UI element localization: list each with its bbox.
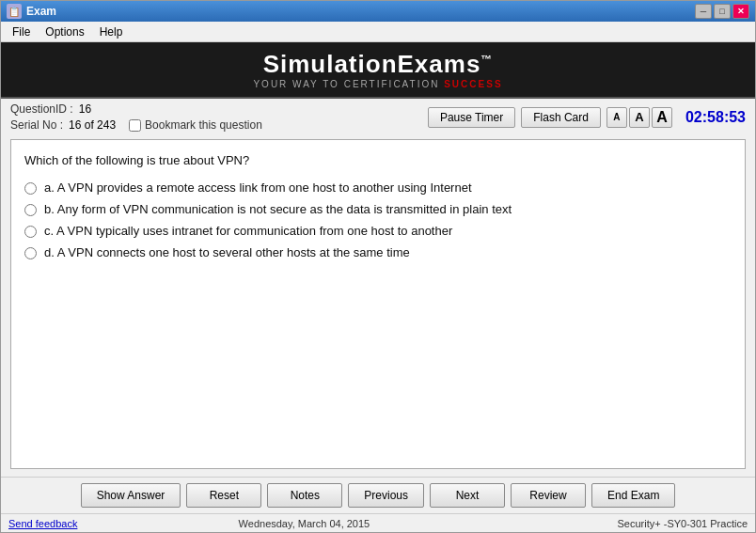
option-b: b. Any form of VPN communication is not … — [24, 202, 732, 216]
window-title: Exam — [26, 5, 695, 18]
serial-value: 16 of 243 — [69, 118, 116, 132]
question-id-value: 16 — [79, 102, 91, 116]
question-id-label: QuestionID : — [10, 102, 73, 116]
pause-timer-button[interactable]: Pause Timer — [428, 107, 515, 128]
banner: SimulationExams™ YOUR WAY TO CERTIFICATI… — [1, 42, 755, 99]
menu-bar: File Options Help — [1, 22, 755, 42]
status-bar: Send feedback Wednesday, March 04, 2015 … — [1, 513, 755, 532]
title-bar: 📋 Exam ─ □ ✕ — [1, 1, 755, 22]
status-exam: Security+ -SY0-301 Practice — [452, 518, 748, 529]
window-icon: 📋 — [7, 4, 22, 19]
maximize-button[interactable]: □ — [714, 4, 731, 19]
info-right: Pause Timer Flash Card A A A 02:58:53 — [428, 107, 746, 128]
reset-button[interactable]: Reset — [186, 483, 261, 508]
font-size-controls: A A A — [606, 107, 672, 128]
show-answer-button[interactable]: Show Answer — [81, 483, 181, 508]
bookmark-checkbox[interactable] — [129, 119, 141, 132]
option-d: d. A VPN connects one host to several ot… — [24, 245, 732, 259]
serial-row: Serial No : 16 of 243 Bookmark this ques… — [10, 118, 428, 132]
end-exam-button[interactable]: End Exam — [591, 483, 675, 508]
timer-display: 02:58:53 — [685, 109, 746, 126]
question-area: Which of the following is true about VPN… — [10, 139, 746, 469]
next-button[interactable]: Next — [430, 483, 505, 508]
status-date: Wednesday, March 04, 2015 — [156, 518, 451, 529]
close-button[interactable]: ✕ — [732, 4, 749, 19]
font-large-button[interactable]: A — [652, 107, 672, 128]
option-c: c. A VPN typically uses intranet for com… — [24, 224, 732, 238]
subtitle-plain: YOUR WAY TO CERTIFICATION — [253, 79, 444, 89]
question-text: Which of the following is true about VPN… — [24, 153, 732, 167]
footer-buttons: Show Answer Reset Notes Previous Next Re… — [1, 477, 755, 513]
font-medium-button[interactable]: A — [629, 107, 650, 128]
question-id-row: QuestionID : 16 — [10, 102, 428, 116]
subtitle-highlight: SUCCESS — [444, 79, 502, 89]
option-a-radio[interactable] — [24, 182, 37, 195]
option-c-radio[interactable] — [24, 226, 37, 238]
option-b-radio[interactable] — [24, 204, 37, 216]
bookmark-row: Bookmark this question — [129, 118, 262, 132]
window-controls: ─ □ ✕ — [695, 4, 749, 19]
flash-card-button[interactable]: Flash Card — [521, 107, 601, 128]
option-d-text: d. A VPN connects one host to several ot… — [44, 245, 410, 259]
review-button[interactable]: Review — [511, 483, 586, 508]
send-feedback-link[interactable]: Send feedback — [8, 518, 77, 529]
serial-label: Serial No : — [10, 118, 63, 132]
info-bar: QuestionID : 16 Serial No : 16 of 243 Bo… — [1, 99, 755, 132]
minimize-button[interactable]: ─ — [695, 4, 712, 19]
menu-options[interactable]: Options — [38, 24, 91, 40]
option-d-radio[interactable] — [24, 247, 37, 259]
previous-button[interactable]: Previous — [348, 483, 424, 508]
menu-file[interactable]: File — [5, 24, 38, 40]
banner-title: SimulationExams™ — [263, 50, 494, 79]
option-a: a. A VPN provides a remote access link f… — [24, 180, 732, 195]
menu-help[interactable]: Help — [92, 24, 131, 40]
font-small-button[interactable]: A — [606, 107, 627, 128]
notes-button[interactable]: Notes — [267, 483, 342, 508]
trademark: ™ — [480, 53, 493, 66]
question-meta: QuestionID : 16 Serial No : 16 of 243 Bo… — [10, 102, 428, 132]
option-b-text: b. Any form of VPN communication is not … — [44, 202, 512, 216]
status-left: Send feedback — [8, 518, 156, 529]
option-a-text: a. A VPN provides a remote access link f… — [44, 180, 472, 195]
bookmark-label: Bookmark this question — [145, 118, 262, 132]
option-c-text: c. A VPN typically uses intranet for com… — [44, 224, 452, 238]
main-window: 📋 Exam ─ □ ✕ File Options Help Simulatio… — [0, 0, 756, 533]
banner-subtitle: YOUR WAY TO CERTIFICATION SUCCESS — [253, 79, 502, 89]
